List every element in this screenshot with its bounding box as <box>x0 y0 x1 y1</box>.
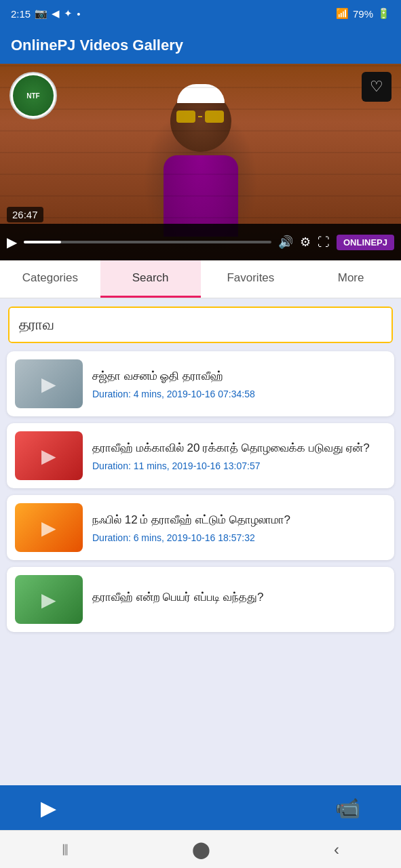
nav-bar: ⦀ ⬤ ‹ <box>0 830 401 868</box>
search-input[interactable] <box>9 308 392 342</box>
search-input-wrapper <box>8 307 393 343</box>
status-left: 2:15 📷 ◀ ✦ • <box>11 7 80 20</box>
result-card-1[interactable]: ▶ சஜ்தா வசனம் ஓதி தராவீஹ் Duration: 4 mi… <box>7 351 394 416</box>
results-list: ▶ சஜ்தா வசனம் ஓதி தராவீஹ் Duration: 4 mi… <box>0 351 401 639</box>
tab-favorites[interactable]: Favorites <box>201 260 301 298</box>
result-info-4: தராவீஹ் என்ற பெயர் எப்படி வந்தது? <box>92 589 386 610</box>
nav-back-icon[interactable]: ‹ <box>334 840 339 859</box>
wifi-icon: 📶 <box>336 7 349 20</box>
result-thumb-2: ▶ <box>15 431 83 480</box>
nav-menu-icon[interactable]: ⦀ <box>62 840 69 859</box>
result-info-2: தராவீஹ் மக்காவில் 20 ரக்காத் தொழவைக்க பட… <box>92 440 386 471</box>
thumb-icon-1: ▶ <box>15 359 83 408</box>
status-bar: 2:15 📷 ◀ ✦ • 📶 79% 🔋 <box>0 0 401 27</box>
dot-icon: • <box>77 8 80 20</box>
ntf-logo-inner: NTF <box>13 75 54 116</box>
result-info-3: நஃபில் 12 ம் தராவீஹ் எட்டும் தொழலாமா? Du… <box>92 512 386 543</box>
tab-more[interactable]: More <box>301 260 401 298</box>
progress-fill <box>24 241 61 243</box>
volume-button[interactable]: 🔊 <box>278 235 293 250</box>
favorite-button[interactable]: ♡ <box>362 72 392 102</box>
tab-search[interactable]: Search <box>100 260 201 298</box>
thumb-icon-2: ▶ <box>15 431 83 480</box>
result-card-4[interactable]: ▶ தராவீஹ் என்ற பெயர் எப்படி வந்தது? <box>7 567 394 632</box>
result-thumb-3: ▶ <box>15 503 83 552</box>
battery-text: 79% <box>353 8 373 20</box>
video-controls: ▶ 🔊 ⚙ ⛶ ONLINEPJ <box>0 224 401 260</box>
onlinepj-badge: ONLINEPJ <box>337 235 394 250</box>
camera-icon: 📷 <box>35 7 47 20</box>
result-title-1: சஜ்தா வசனம் ஓதி தராவீஹ் <box>92 368 386 384</box>
signal-icon: ✦ <box>64 7 73 20</box>
ntf-logo: NTF <box>9 72 57 119</box>
play-button[interactable]: ▶ <box>7 234 17 250</box>
thumb-icon-4: ▶ <box>15 575 83 624</box>
result-info-1: சஜ்தா வசனம் ஓதி தராவீஹ் Duration: 4 mins… <box>92 368 386 399</box>
bottom-play-button[interactable]: ▶ <box>41 796 56 820</box>
video-player[interactable]: NTF ♡ 26:47 ▶ 🔊 ⚙ ⛶ ONLINEPJ <box>0 64 401 260</box>
result-card-2[interactable]: ▶ தராவீஹ் மக்காவில் 20 ரக்காத் தொழவைக்க … <box>7 423 394 488</box>
result-duration-2: Duration: 11 mins, 2019-10-16 13:07:57 <box>92 460 386 471</box>
thumb-icon-3: ▶ <box>15 503 83 552</box>
tab-categories[interactable]: Categories <box>0 260 100 298</box>
result-card-3[interactable]: ▶ நஃபில் 12 ம் தராவீஹ் எட்டும் தொழலாமா? … <box>7 495 394 560</box>
duration-badge: 26:47 <box>7 207 43 222</box>
result-title-4: தராவீஹ் என்ற பெயர் எப்படி வந்தது? <box>92 589 386 606</box>
settings-button[interactable]: ⚙ <box>300 235 311 250</box>
result-duration-3: Duration: 6 mins, 2019-10-16 18:57:32 <box>92 532 386 543</box>
result-title-2: தராவீஹ் மக்காவில் 20 ரக்காத் தொழவைக்க பட… <box>92 440 386 456</box>
navigation-icon: ◀ <box>52 7 60 20</box>
status-right: 📶 79% 🔋 <box>336 7 390 20</box>
result-duration-1: Duration: 4 mins, 2019-10-16 07:34:58 <box>92 389 386 399</box>
nav-home-icon[interactable]: ⬤ <box>192 840 210 859</box>
result-thumb-1: ▶ <box>15 359 83 408</box>
tab-bar: Categories Search Favorites More <box>0 260 401 298</box>
progress-bar[interactable] <box>24 241 271 243</box>
heart-icon: ♡ <box>370 78 383 96</box>
app-bar: OnlinePJ Videos Gallery <box>0 27 401 64</box>
result-thumb-4: ▶ <box>15 575 83 624</box>
battery-icon: 🔋 <box>377 7 390 20</box>
app-title: OnlinePJ Videos Gallery <box>11 37 183 54</box>
result-title-3: நஃபில் 12 ம் தராவீஹ் எட்டும் தொழலாமா? <box>92 512 386 528</box>
search-section <box>0 298 401 351</box>
fullscreen-button[interactable]: ⛶ <box>318 235 330 250</box>
bottom-player-bar: ▶ 📹 <box>0 785 401 830</box>
status-time: 2:15 <box>11 8 31 20</box>
bottom-video-button[interactable]: 📹 <box>335 796 360 820</box>
